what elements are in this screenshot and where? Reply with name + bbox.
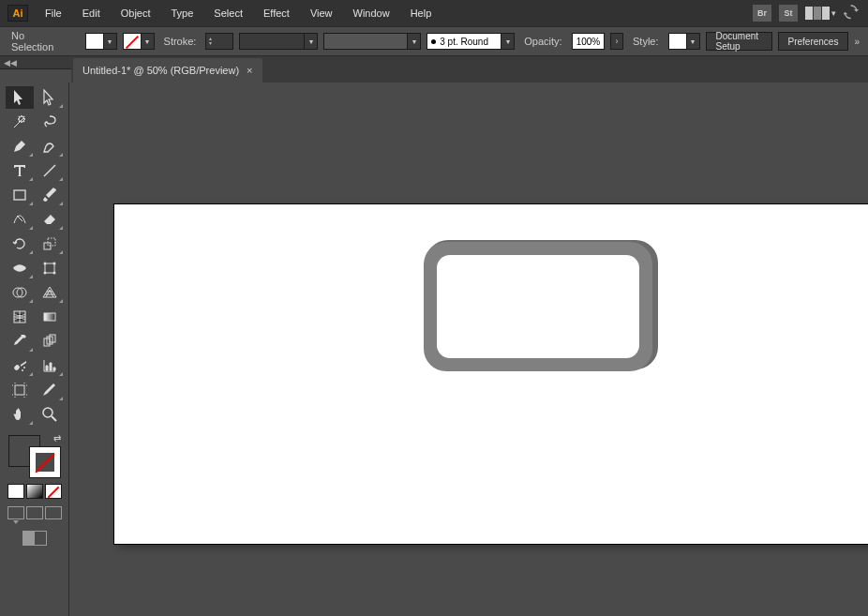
svg-rect-1	[14, 190, 25, 200]
stroke-swatch	[123, 33, 142, 50]
free-transform-tool[interactable]	[36, 257, 64, 279]
shape-builder-tool[interactable]	[6, 281, 34, 304]
symbol-sprayer-tool[interactable]	[6, 354, 34, 377]
menubar: Ai File Edit Object Type Select Effect V…	[0, 0, 868, 26]
screen-mode-toggle[interactable]	[22, 531, 47, 546]
menu-edit[interactable]: Edit	[73, 4, 110, 23]
chevron-down-icon: ▾	[142, 33, 155, 50]
zoom-tool[interactable]	[36, 403, 64, 426]
var-width-field	[239, 33, 305, 50]
brush-preset[interactable]: 3 pt. Round ▾	[427, 33, 515, 50]
chevron-down-icon: ▾	[305, 33, 318, 50]
svg-point-8	[52, 272, 55, 275]
close-icon[interactable]: ×	[247, 65, 252, 76]
fill-swatch-combo[interactable]: ▾	[85, 33, 117, 50]
draw-mode-row	[7, 506, 62, 519]
direct-selection-tool[interactable]	[36, 86, 64, 109]
eraser-tool[interactable]	[36, 208, 64, 231]
document-tab-title: Untitled-1* @ 50% (RGB/Preview)	[82, 65, 239, 76]
stroke-label: Stroke:	[160, 36, 201, 47]
perspective-grid-tool[interactable]	[36, 281, 64, 304]
svg-point-7	[43, 272, 46, 275]
var-width-profile[interactable]: ▾	[239, 33, 318, 50]
scale-tool[interactable]	[36, 233, 64, 255]
draw-normal[interactable]	[7, 506, 24, 519]
menu-select[interactable]: Select	[204, 4, 252, 23]
opacity-label: Opacity:	[520, 36, 565, 47]
rotate-tool[interactable]	[6, 233, 34, 255]
preferences-button[interactable]: Preferences	[778, 32, 849, 51]
menubar-right: Br St ▾	[753, 5, 861, 22]
app-logo: Ai	[7, 5, 28, 22]
draw-behind[interactable]	[26, 506, 43, 519]
stroke-weight-input[interactable]: ▴▾	[205, 33, 233, 50]
selection-status: No Selection	[7, 30, 64, 53]
chevron-down-icon: ▾	[687, 33, 700, 50]
menu-view[interactable]: View	[301, 4, 342, 23]
workspace-icon	[805, 7, 830, 20]
lasso-tool[interactable]	[36, 111, 64, 133]
swap-fill-stroke-icon[interactable]: ⇄	[53, 433, 61, 443]
brush-definition[interactable]: ▾	[323, 33, 421, 50]
shaper-tool[interactable]	[6, 208, 34, 231]
type-tool[interactable]	[6, 159, 34, 182]
rounded-rect-shape[interactable]	[424, 242, 652, 371]
svg-point-19	[43, 408, 52, 417]
tools-panel: ⇄	[0, 83, 69, 616]
eyedropper-tool[interactable]	[6, 330, 34, 353]
fill-swatch	[85, 33, 104, 50]
document-tab[interactable]: Untitled-1* @ 50% (RGB/Preview) ×	[73, 58, 262, 83]
graphic-style[interactable]: ▾	[668, 33, 700, 50]
fill-stroke-control[interactable]: ⇄	[8, 435, 61, 478]
paintbrush-tool[interactable]	[36, 184, 64, 206]
color-mode-solid[interactable]	[7, 484, 24, 499]
sync-settings-icon[interactable]	[844, 5, 861, 22]
pen-tool[interactable]	[6, 135, 34, 158]
magic-wand-tool[interactable]	[6, 111, 34, 133]
brush-preset-label: 3 pt. Round	[440, 37, 488, 47]
color-mode-row	[7, 484, 62, 499]
artboard[interactable]	[114, 204, 868, 544]
blend-tool[interactable]	[36, 330, 64, 353]
rectangle-tool[interactable]	[6, 184, 34, 206]
gradient-tool[interactable]	[36, 306, 64, 328]
svg-rect-3	[48, 238, 55, 246]
control-bar: No Selection ▾ ▾ Stroke: ▴▾ ▾ ▾ 3 pt. Ro…	[0, 26, 868, 56]
menu-object[interactable]: Object	[112, 4, 160, 23]
style-swatch	[668, 33, 687, 50]
brush-def-field	[323, 33, 408, 50]
canvas-area[interactable]	[71, 83, 868, 616]
width-tool[interactable]	[6, 257, 34, 279]
tools-collapse-strip[interactable]: ◀◀	[0, 56, 71, 69]
curvature-tool[interactable]	[36, 135, 64, 158]
overflow-icon[interactable]: »	[854, 37, 861, 47]
stock-button[interactable]: St	[779, 5, 798, 22]
color-mode-gradient[interactable]	[26, 484, 43, 499]
svg-point-17	[22, 369, 23, 371]
menu-window[interactable]: Window	[344, 4, 399, 23]
line-segment-tool[interactable]	[36, 159, 64, 182]
draw-inside[interactable]	[45, 506, 62, 519]
bridge-button[interactable]: Br	[753, 5, 771, 22]
column-graph-tool[interactable]	[36, 354, 64, 377]
slice-tool[interactable]	[36, 379, 64, 401]
workspace-switcher[interactable]: ▾	[805, 7, 836, 20]
svg-line-0	[44, 165, 55, 176]
menu-effect[interactable]: Effect	[254, 4, 299, 23]
menu-type[interactable]: Type	[162, 4, 203, 23]
stroke-swatch-combo[interactable]: ▾	[123, 33, 155, 50]
chevron-down-icon: ▾	[831, 8, 836, 18]
menu-file[interactable]: File	[36, 4, 71, 23]
mesh-tool[interactable]	[6, 306, 34, 328]
svg-line-20	[52, 416, 56, 421]
stroke-color[interactable]	[29, 446, 61, 478]
menu-help[interactable]: Help	[401, 4, 441, 23]
document-setup-button[interactable]: Document Setup	[706, 32, 772, 51]
hand-tool[interactable]	[6, 403, 34, 426]
artboard-tool[interactable]	[6, 379, 34, 401]
svg-point-5	[43, 263, 46, 265]
color-mode-none[interactable]	[45, 484, 62, 499]
opacity-more-button[interactable]: ›	[610, 33, 623, 50]
opacity-input[interactable]: 100%	[572, 33, 606, 50]
selection-tool[interactable]	[6, 86, 34, 109]
